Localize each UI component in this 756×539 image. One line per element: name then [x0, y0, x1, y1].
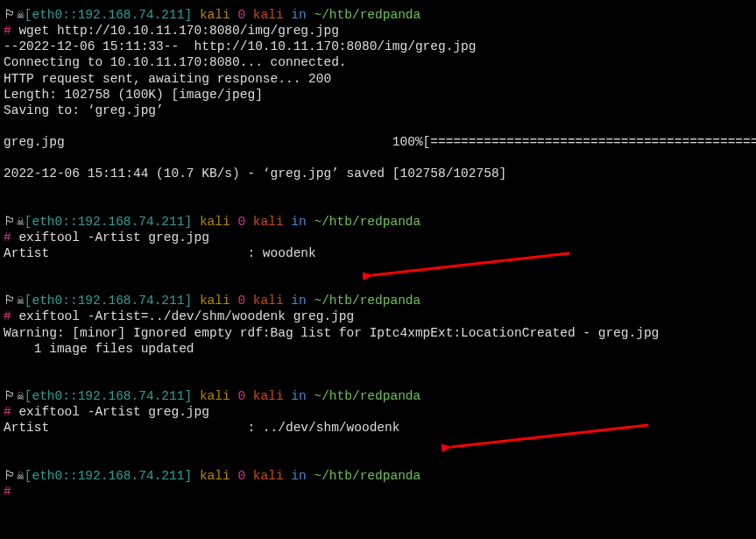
output-line: greg.jpg 100%[==========================…	[4, 134, 752, 150]
blank-line	[4, 436, 752, 451]
blank-line	[4, 261, 752, 277]
command-text: exiftool -Artist greg.jpg	[18, 230, 209, 245]
flag-icon: 🏳	[4, 389, 17, 403]
blank-line	[4, 452, 752, 468]
blank-line	[4, 372, 752, 388]
skull-icon: ☠	[17, 294, 25, 308]
skull-icon: ☠	[17, 389, 25, 403]
flag-icon: 🏳	[4, 8, 17, 22]
command-line: # exiftool -Artist greg.jpg	[4, 404, 752, 420]
output-line: --2022-12-06 15:11:33-- http://10.10.11.…	[4, 39, 752, 54]
prompt-line: 🏳☠[eth0::192.168.74.211] kali 0 kali in …	[4, 388, 752, 404]
output-line: HTTP request sent, awaiting response... …	[4, 71, 752, 87]
output-line: Artist : woodenk	[4, 245, 752, 261]
command-text: wget http://10.10.11.170:8080/img/greg.j…	[18, 24, 338, 38]
prompt-line: 🏳☠[eth0::192.168.74.211] kali 0 kali in …	[4, 468, 752, 484]
command-line: # exiftool -Artist greg.jpg	[4, 230, 752, 245]
blank-line	[4, 277, 752, 293]
flag-icon: 🏳	[4, 215, 17, 229]
prompt-line: 🏳☠[eth0::192.168.74.211] kali 0 kali in …	[4, 214, 752, 230]
command-line: # wget http://10.10.11.170:8080/img/greg…	[4, 23, 752, 39]
command-text: exiftool -Artist=../dev/shm/woodenk greg…	[18, 309, 354, 323]
command-line: #	[4, 484, 752, 500]
skull-icon: ☠	[17, 469, 25, 483]
output-line: Warning: [minor] Ignored empty rdf:Bag l…	[4, 325, 752, 341]
output-line	[4, 150, 752, 166]
blank-line	[4, 198, 752, 214]
output-line: 1 image files updated	[4, 341, 752, 357]
command-line: # exiftool -Artist=../dev/shm/woodenk gr…	[4, 309, 752, 324]
blank-line	[4, 357, 752, 372]
output-line: Saving to: ‘greg.jpg’	[4, 103, 752, 118]
command-text: exiftool -Artist greg.jpg	[18, 405, 209, 419]
output-line: Connecting to 10.10.11.170:8080... conne…	[4, 54, 752, 70]
prompt-line: 🏳☠[eth0::192.168.74.211] kali 0 kali in …	[4, 7, 752, 23]
flag-icon: 🏳	[4, 469, 17, 483]
flag-icon: 🏳	[4, 294, 17, 308]
output-line: Length: 102758 (100K) [image/jpeg]	[4, 87, 752, 103]
output-line: Artist : ../dev/shm/woodenk	[4, 420, 752, 436]
skull-icon: ☠	[17, 215, 25, 229]
output-line	[4, 118, 752, 134]
skull-icon: ☠	[17, 8, 25, 22]
prompt-line: 🏳☠[eth0::192.168.74.211] kali 0 kali in …	[4, 293, 752, 309]
output-line: 2022-12-06 15:11:44 (10.7 KB/s) - ‘greg.…	[4, 166, 752, 181]
terminal[interactable]: 🏳☠[eth0::192.168.74.211] kali 0 kali in …	[4, 7, 752, 500]
blank-line	[4, 181, 752, 197]
